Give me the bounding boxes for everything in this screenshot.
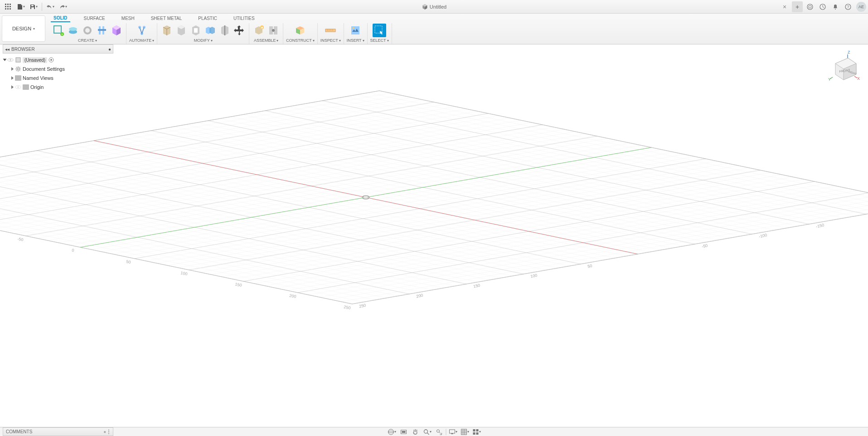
svg-rect-9	[31, 5, 34, 6]
svg-point-188	[424, 430, 427, 433]
save-icon[interactable]: ▾	[28, 1, 39, 12]
automate-icon[interactable]	[135, 24, 149, 37]
svg-line-56	[0, 95, 401, 195]
status-bar: COMMENTS ● ┇ ▾ ▾ ▾ ▾ ▾	[0, 427, 868, 436]
svg-point-50	[17, 86, 19, 88]
fit-icon[interactable]	[434, 428, 444, 436]
tab-plastic[interactable]: PLASTIC	[195, 15, 220, 22]
file-new-icon[interactable]: ▾	[15, 1, 26, 12]
axis-y-label: Y	[828, 77, 831, 82]
expand-icon[interactable]	[3, 59, 7, 61]
workspace-switcher[interactable]: DESIGN ▾	[2, 15, 45, 42]
insert-label[interactable]: INSERT ▾	[347, 38, 364, 43]
inspect-label[interactable]: INSPECT ▾	[320, 38, 341, 43]
svg-line-143	[0, 182, 398, 296]
tab-mesh[interactable]: MESH	[119, 15, 137, 22]
folder-icon	[23, 84, 29, 90]
tree-item-origin[interactable]: Origin	[4, 83, 112, 92]
undo-icon[interactable]: ▾	[45, 1, 56, 12]
svg-text:-100: -100	[758, 233, 767, 239]
cube-icon	[422, 4, 428, 10]
modify-label[interactable]: MODIFY ▾	[194, 38, 213, 43]
revolve-icon[interactable]	[95, 24, 109, 37]
combine-icon[interactable]	[204, 24, 217, 37]
construct-plane-icon[interactable]	[293, 24, 307, 37]
navigation-toolbar: ▾ ▾ ▾ ▾ ▾	[387, 428, 481, 436]
move-icon[interactable]	[233, 24, 246, 37]
joint-icon[interactable]	[267, 24, 280, 37]
new-tab-icon[interactable]: +	[792, 1, 803, 12]
expand-icon[interactable]	[11, 67, 14, 71]
svg-rect-199	[476, 429, 478, 431]
component-icon	[15, 57, 21, 63]
separator	[446, 429, 446, 435]
viewport-canvas[interactable]: -250-200-150-100-50050100150200250-250-2…	[0, 44, 868, 427]
zoom-icon[interactable]: ▾	[422, 428, 432, 436]
tab-surface[interactable]: SURFACE	[81, 15, 108, 22]
new-sketch-icon[interactable]: +	[52, 24, 65, 37]
ribbon-tabs: SOLID SURFACE MESH SHEET METAL PLASTIC U…	[47, 14, 868, 23]
pan-icon[interactable]	[410, 428, 420, 436]
viewport-layout-icon[interactable]: ▾	[471, 428, 481, 436]
select-label[interactable]: SELECT ▾	[370, 38, 389, 43]
automate-label[interactable]: AUTOMATE ▾	[129, 38, 154, 43]
create-form-icon[interactable]	[66, 24, 80, 37]
help-icon[interactable]: ?	[843, 1, 853, 12]
view-cube[interactable]: Z X Y FRONT RIGHT	[826, 50, 860, 83]
svg-text:0: 0	[72, 248, 75, 253]
tab-sheet-metal[interactable]: SHEET METAL	[148, 15, 185, 22]
expand-icon[interactable]	[11, 76, 14, 80]
svg-line-123	[0, 162, 512, 276]
new-component-icon[interactable]: ★	[252, 24, 266, 37]
radio-icon[interactable]	[48, 57, 54, 63]
tree-item-named-views[interactable]: Named Views	[4, 73, 112, 83]
insert-icon[interactable]	[349, 24, 362, 37]
lookAt-icon[interactable]	[398, 428, 408, 436]
emboss-icon[interactable]	[110, 24, 123, 37]
svg-line-54	[0, 93, 390, 193]
extensions-icon[interactable]	[805, 1, 815, 12]
visibility-icon[interactable]	[7, 57, 14, 63]
tab-solid[interactable]: SOLID	[51, 15, 70, 22]
measure-icon[interactable]	[324, 24, 337, 37]
app-menu-icon[interactable]	[3, 1, 14, 12]
extrude-icon[interactable]	[81, 24, 94, 37]
assemble-label[interactable]: ASSEMBLE ▾	[254, 38, 279, 43]
svg-rect-3	[5, 6, 6, 7]
svg-text:★: ★	[261, 26, 263, 29]
svg-point-19	[69, 27, 77, 31]
fillet-icon[interactable]	[175, 24, 188, 37]
notifications-icon[interactable]	[830, 1, 841, 12]
split-icon[interactable]	[218, 24, 232, 37]
svg-line-146	[320, 197, 868, 297]
create-label[interactable]: CREATE ▾	[78, 38, 97, 43]
grid-settings-icon[interactable]: ▾	[460, 428, 470, 436]
construct-label[interactable]: CONSTRUCT ▾	[286, 38, 315, 43]
user-avatar[interactable]: AE	[856, 2, 866, 12]
visibility-icon[interactable]	[15, 84, 21, 90]
tree-root[interactable]: (Unsaved)	[4, 55, 112, 64]
tree-item-document-settings[interactable]: Document Settings	[4, 64, 112, 73]
browser-header[interactable]: ◂◂ BROWSER ●	[3, 44, 113, 54]
svg-line-152	[352, 204, 868, 304]
svg-line-51	[379, 91, 868, 204]
axis-z-label: Z	[848, 50, 850, 54]
tab-utilities[interactable]: UTILITIES	[231, 15, 257, 22]
svg-line-127	[0, 167, 489, 280]
display-settings-icon[interactable]: ▾	[448, 428, 458, 436]
orbit-icon[interactable]: ▾	[387, 428, 397, 436]
press-pull-icon[interactable]	[160, 24, 174, 37]
svg-text:100: 100	[530, 273, 538, 279]
expand-icon[interactable]	[11, 85, 14, 89]
job-status-icon[interactable]	[817, 1, 828, 12]
svg-line-121	[0, 161, 524, 274]
svg-rect-40	[351, 26, 359, 34]
select-icon[interactable]	[373, 24, 386, 37]
close-tab-icon[interactable]: ×	[779, 1, 790, 12]
shell-icon[interactable]	[189, 24, 203, 37]
browser-tree: (Unsaved) Document Settings Named Views	[3, 54, 113, 93]
comments-panel-header[interactable]: COMMENTS ● ┇	[3, 427, 113, 436]
redo-icon[interactable]: ▾	[58, 1, 68, 12]
svg-rect-193	[461, 429, 466, 435]
svg-line-60	[0, 100, 423, 200]
